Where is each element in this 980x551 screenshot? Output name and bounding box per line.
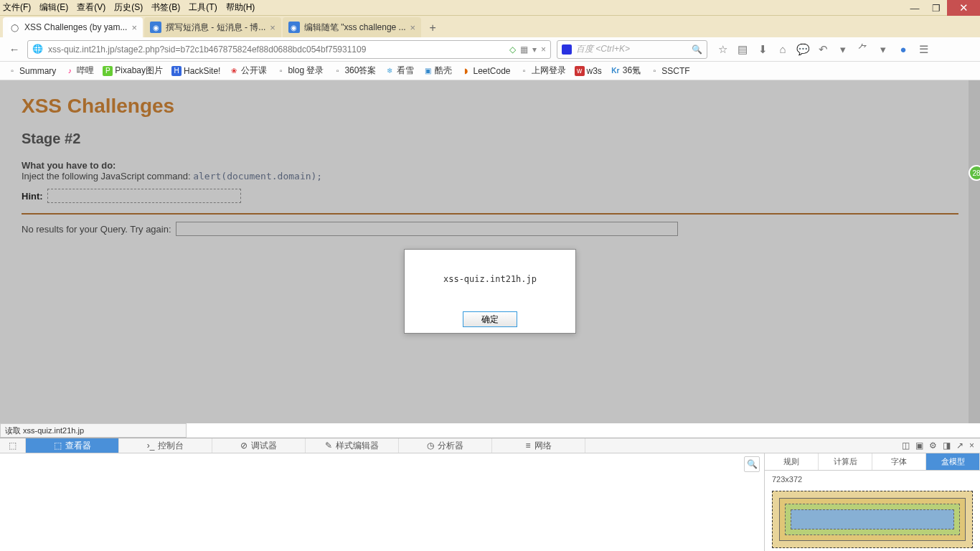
network-icon: ≡	[525, 441, 530, 451]
bookmark-icon: H	[171, 66, 182, 76]
bookmark-icon: ▫	[275, 66, 286, 76]
bookmark-icon: w	[575, 66, 585, 76]
tab-close-icon[interactable]: ×	[270, 22, 275, 33]
tab-bar: ◯ XSS Challenges (by yam... × ◉ 撰写短消息 - …	[0, 16, 980, 37]
alert-ok-button[interactable]: 确定	[463, 311, 517, 327]
hamburger-icon[interactable]: ☰	[914, 40, 933, 59]
search-engine-icon[interactable]	[562, 44, 572, 55]
dock-icon[interactable]: ◨	[943, 441, 951, 451]
content-area: XSS Challenges Stage #2 What you have to…	[0, 80, 980, 423]
minimize-button[interactable]: —	[904, 0, 925, 16]
devtools-side-tabs: 规则 计算后 字体 盒模型	[765, 453, 980, 471]
bookmark-item[interactable]: ▣酷壳	[420, 63, 455, 78]
bookmark-icon: ▫	[332, 66, 342, 76]
debugger-icon: ⊘	[240, 441, 248, 451]
side-tab-rules[interactable]: 规则	[765, 453, 819, 470]
devtools-sidebar: 规则 计算后 字体 盒模型 723x372	[765, 453, 980, 551]
chevron-down-icon[interactable]: ▾	[834, 40, 852, 59]
favicon-icon: ◯	[9, 22, 20, 33]
new-tab-button[interactable]: +	[423, 19, 443, 37]
frame-icon[interactable]: ▣	[915, 441, 923, 451]
chat-icon[interactable]: 💬	[793, 40, 812, 59]
bookmark-icon: ❄	[385, 66, 395, 76]
popout-icon[interactable]: ↗	[956, 441, 963, 451]
bookmark-item[interactable]: PPixabay图片	[100, 63, 166, 78]
shield-icon[interactable]: ◇	[509, 44, 516, 55]
devtools-search-icon[interactable]: 🔍	[744, 456, 760, 472]
profiler-icon: ◷	[427, 441, 434, 451]
devtools-tab-inspector[interactable]: ⬚查看器	[26, 438, 119, 453]
urlbar-icons: ◇ ▦ ▾ ×	[509, 44, 546, 55]
tab-title: 编辑随笔 "xss challenge ...	[304, 22, 406, 34]
devtools-main[interactable]: 🔍	[0, 453, 765, 551]
bookmark-item[interactable]: ▫上网登录	[517, 63, 569, 78]
url-bar[interactable]: 🌐 xss-quiz.int21h.jp/stage2.php?sid=b72c…	[27, 40, 551, 59]
home-icon[interactable]: ⌂	[773, 40, 792, 59]
devtools-tab-network[interactable]: ≡网络	[492, 438, 585, 453]
toolbar-icons: ☆ ▤ ⬇ ⌂ 💬 ↶ ▾ ⺈ ▾ ● ☰	[713, 40, 933, 59]
bookmark-item[interactable]: ♪哔哩	[62, 63, 97, 78]
menu-edit[interactable]: 编辑(E)	[39, 1, 68, 14]
gear-icon[interactable]: ⚙	[929, 441, 937, 451]
chevron-down-icon[interactable]: ▾	[874, 40, 892, 59]
menu-tools[interactable]: 工具(T)	[189, 1, 217, 14]
bookmark-item[interactable]: ▫SSCTF	[646, 65, 692, 77]
close-button[interactable]: ✕	[947, 0, 980, 16]
maximize-button[interactable]: ❐	[925, 0, 947, 16]
extension-badge[interactable]: 28	[969, 165, 980, 181]
bookmark-item[interactable]: ▫360答案	[329, 63, 379, 78]
menu-bookmarks[interactable]: 书签(B)	[151, 1, 180, 14]
side-tab-boxmodel[interactable]: 盒模型	[926, 453, 980, 470]
alert-dialog: xss-quiz.int21h.jp 确定	[404, 249, 576, 334]
search-placeholder: 百度 <Ctrl+K>	[576, 43, 692, 55]
side-tab-computed[interactable]: 计算后	[819, 453, 872, 470]
devtools-tab-debugger[interactable]: ⊘调试器	[212, 438, 306, 453]
menu-view[interactable]: 查看(V)	[77, 1, 105, 14]
search-icon[interactable]: 🔍	[692, 44, 702, 55]
split-icon[interactable]: ◫	[902, 441, 910, 451]
dropdown-icon[interactable]: ▾	[532, 44, 537, 55]
bookmark-item[interactable]: ❄看雪	[382, 63, 417, 78]
star-icon[interactable]: ☆	[713, 40, 732, 59]
search-bar[interactable]: 百度 <Ctrl+K> 🔍	[557, 40, 707, 59]
console-icon: ›_	[147, 441, 155, 451]
crop-icon[interactable]: ⺈	[854, 40, 872, 59]
back-button[interactable]: ←	[4, 39, 24, 60]
menu-file[interactable]: 文件(F)	[3, 1, 31, 14]
download-icon[interactable]: ⬇	[753, 40, 772, 59]
tab-close-icon[interactable]: ×	[131, 22, 137, 33]
clear-icon[interactable]: ×	[541, 44, 546, 55]
bookmark-icon: ▫	[7, 66, 17, 76]
devtools-tab-profiler[interactable]: ◷分析器	[399, 438, 492, 453]
devtools-close-icon[interactable]: ×	[969, 441, 974, 451]
bookmark-item[interactable]: ▫Summary	[4, 65, 59, 77]
browser-tab[interactable]: ◯ XSS Challenges (by yam... ×	[3, 17, 143, 37]
bookmark-item[interactable]: ❀公开课	[226, 63, 270, 78]
devtools-toolbar-icons: ◫ ▣ ⚙ ◨ ↗ ×	[896, 438, 980, 453]
browser-tab[interactable]: ◉ 编辑随笔 "xss challenge ... ×	[283, 17, 421, 37]
devtools-body: 🔍 规则 计算后 字体 盒模型 723x372	[0, 453, 980, 551]
inspector-icon: ⬚	[54, 441, 62, 451]
globe-icon[interactable]: ●	[894, 40, 913, 59]
box-model-diagram[interactable]	[772, 491, 973, 548]
bookmark-item[interactable]: ◗LeetCode	[458, 65, 513, 77]
box-dimensions: 723x372	[765, 471, 980, 488]
devtools-tab-style[interactable]: ✎样式编辑器	[306, 438, 399, 453]
tab-close-icon[interactable]: ×	[410, 22, 416, 33]
menu-history[interactable]: 历史(S)	[114, 1, 143, 14]
qr-icon[interactable]: ▦	[520, 44, 528, 55]
devtools-tab-console[interactable]: ›_控制台	[119, 438, 212, 453]
bookmark-item[interactable]: HHackSite!	[169, 65, 223, 77]
element-picker-icon[interactable]: ⬚	[0, 438, 26, 453]
status-bar: 读取 xss-quiz.int21h.jp	[0, 423, 187, 438]
favicon-icon: ◉	[150, 22, 161, 33]
side-tab-fonts[interactable]: 字体	[872, 453, 926, 470]
browser-tab[interactable]: ◉ 撰写短消息 - 短消息 - 博... ×	[144, 17, 281, 37]
globe-icon: 🌐	[32, 44, 44, 55]
bookmark-item[interactable]: Kr36氪	[608, 63, 644, 78]
menu-help[interactable]: 帮助(H)	[226, 1, 255, 14]
undo-icon[interactable]: ↶	[814, 40, 832, 59]
library-icon[interactable]: ▤	[733, 40, 752, 59]
bookmark-item[interactable]: ww3s	[572, 65, 605, 77]
bookmark-item[interactable]: ▫blog 登录	[273, 63, 326, 78]
